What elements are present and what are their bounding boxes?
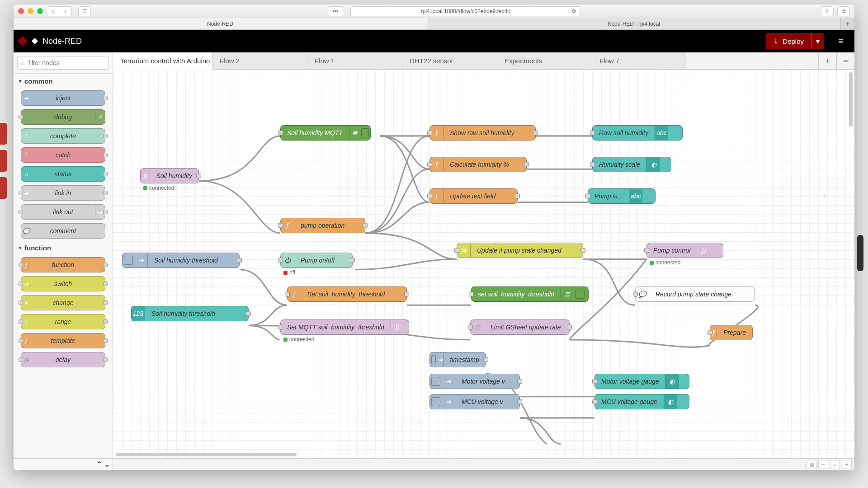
list-flows-button[interactable]: ≣ [836, 52, 854, 69]
node-mqtt-out[interactable]: Set MQTT soil_humidity_threshold)) conne… [280, 319, 409, 335]
deploy-button[interactable]: ⤓ Deploy ▾ [766, 33, 824, 49]
node-function[interactable]: ƒShow raw soil humidity [429, 125, 536, 141]
flow-tab[interactable]: Flow 7 [592, 52, 687, 69]
node-ui-switch[interactable]: ⏻Pump on/off off [280, 253, 353, 268]
mqtt-icon: )) [141, 169, 150, 183]
node-function[interactable]: ƒpump operation [280, 218, 365, 233]
node-debug[interactable]: Soil humidity MQTT ≣ [280, 125, 371, 141]
deploy-label: Deploy [783, 38, 804, 45]
close-icon[interactable] [18, 8, 24, 14]
list-icon: ≣ [95, 110, 105, 124]
arrow-icon: ➔ [21, 91, 31, 105]
node-ui-gauge[interactable]: Motor voltage gauge◐ [594, 374, 689, 389]
arrow-icon: ➔ [134, 253, 148, 267]
traffic-lights[interactable] [18, 8, 43, 14]
url-bar[interactable]: rpi4.local:1880/#flow/c02ebde9.fac4c ⟳ [350, 6, 581, 16]
share-button[interactable]: ⇧ [821, 6, 834, 16]
tabs-button[interactable]: ⧉ [837, 6, 850, 16]
palette-node-inject[interactable]: ➔inject [21, 90, 105, 106]
node-inject[interactable]: ➔Motor voltage v [429, 374, 520, 389]
palette-node-link-in[interactable]: ➔link in [21, 185, 105, 201]
palette-node-template[interactable]: {template [21, 333, 105, 348]
flow-tab[interactable]: Flow 2 [212, 52, 307, 69]
node-switch[interactable]: ⇉Update if pump state changed [457, 243, 583, 258]
pulse-icon: ⎍ [21, 167, 31, 181]
link-in-icon: ➔ [21, 186, 31, 200]
zoom-icon[interactable] [37, 8, 43, 14]
sidebar-toggle-button[interactable]: ☰ [78, 6, 91, 16]
node-ui-numeric[interactable]: 123Soil humidity threshold [131, 306, 249, 321]
flow-tab[interactable]: Flow 1 [307, 52, 402, 69]
node-function[interactable]: ƒPrepare [710, 325, 753, 340]
canvas-footer: ▦ − ○ + [113, 458, 854, 470]
palette-node-comment[interactable]: 💬comment [21, 223, 105, 239]
palette-node-status[interactable]: ⎍status [21, 166, 105, 182]
function-icon: ƒ [21, 258, 31, 272]
browser-tab[interactable]: Node-RED : rpi4.local [427, 18, 841, 29]
flow-tab[interactable]: Terrarium control with Arduino [113, 52, 212, 70]
timer-icon: ◷ [21, 352, 31, 367]
node-ui-text[interactable]: Pump is...abc [588, 188, 656, 204]
minimize-icon[interactable] [28, 8, 33, 14]
comment-icon: 💬 [21, 224, 31, 238]
arrow-icon: ➔ [437, 352, 443, 367]
nav-back-button[interactable]: ‹ [47, 6, 59, 16]
palette-node-complete[interactable]: !complete [21, 128, 105, 144]
filter-nodes-input[interactable] [17, 56, 109, 70]
arrow-icon: ➔ [442, 374, 455, 389]
palette-node-switch[interactable]: ⇉switch [21, 276, 105, 291]
node-ui-gauge[interactable]: MCU voltage gauge◐ [594, 394, 689, 409]
zoom-out-button[interactable]: − [818, 460, 828, 469]
palette-expand-button[interactable]: ⌄ [104, 460, 110, 469]
palette-node-function[interactable]: ƒfunction [21, 257, 105, 272]
node-comment[interactable]: 💬Record pump state change [635, 286, 755, 302]
zoom-in-button[interactable]: + [842, 460, 852, 469]
node-inject[interactable]: ➔MCU voltage v [429, 394, 520, 409]
nav-fwd-button[interactable]: › [59, 6, 72, 16]
mqtt-icon: )) [391, 320, 404, 334]
reload-icon[interactable]: ⟳ [572, 8, 576, 14]
gauge-icon: ◐ [646, 157, 660, 172]
palette-node-range[interactable]: ↕range [21, 314, 105, 329]
nodered-header: Node-RED ⤓ Deploy ▾ ≡ [14, 30, 854, 52]
deploy-dropdown-button[interactable]: ▾ [811, 33, 824, 49]
palette-category-function[interactable]: function [14, 240, 113, 255]
node-function[interactable]: ƒSet soil_humidity_threshold [287, 286, 407, 302]
change-icon: ✕ [21, 296, 31, 310]
vertical-scrollbar[interactable] [849, 72, 853, 127]
numeric-icon: 123 [132, 306, 145, 321]
node-ui-gauge[interactable]: Humidity scale◐ [592, 157, 671, 172]
node-mqtt-in[interactable]: )) Soil humidity connected [140, 168, 199, 183]
browser-tab[interactable]: Node-RED [14, 18, 427, 29]
palette-node-link-out[interactable]: link out➔ [21, 204, 105, 220]
hamburger-menu-button[interactable]: ≡ [833, 33, 849, 49]
reader-button[interactable]: ••• [328, 6, 343, 16]
deploy-icon: ⤓ [773, 37, 779, 45]
add-flow-button[interactable]: + [818, 52, 836, 69]
palette-sidebar: common ➔inject debug≣ !complete !catch ⎍… [14, 52, 113, 470]
node-inject[interactable]: ➔timestamp [429, 352, 486, 367]
palette-node-delay[interactable]: ◷delay [21, 352, 105, 367]
node-function[interactable]: ƒUpdate text field [429, 188, 518, 204]
node-debug[interactable]: set soil_humidity_threshold≣ [471, 286, 589, 302]
horizontal-scrollbar[interactable] [116, 453, 297, 456]
palette-node-debug[interactable]: debug≣ [21, 109, 105, 125]
flow-tab[interactable]: Experiments [497, 52, 592, 69]
palette-category-common[interactable]: common [14, 74, 113, 89]
node-mqtt-out[interactable]: Pump control)) connected [646, 243, 723, 258]
view-nav-button[interactable]: ▦ [807, 460, 816, 469]
node-ui-text[interactable]: Raw soil humidityabc [592, 125, 683, 141]
flow-canvas[interactable]: )) Soil humidity connected Soil humidity… [113, 70, 854, 458]
zoom-reset-button[interactable]: ○ [830, 460, 840, 469]
palette-node-catch[interactable]: !catch [21, 147, 105, 163]
node-function[interactable]: ƒCalculate humidity % [429, 157, 527, 172]
flow-tab[interactable]: DHT22 sensor [402, 52, 497, 69]
new-tab-button[interactable]: + [841, 18, 854, 29]
text-icon: abc [629, 189, 642, 203]
node-inject[interactable]: ➔Soil humidity threshold [122, 253, 240, 268]
node-delay[interactable]: ◷Limit GSheet update rate [470, 319, 570, 335]
app-title: Node-RED [42, 37, 82, 46]
palette-node-change[interactable]: ✕change [21, 295, 105, 310]
mqtt-icon: )) [697, 243, 710, 258]
palette-collapse-button[interactable]: ⌃ [96, 460, 102, 469]
